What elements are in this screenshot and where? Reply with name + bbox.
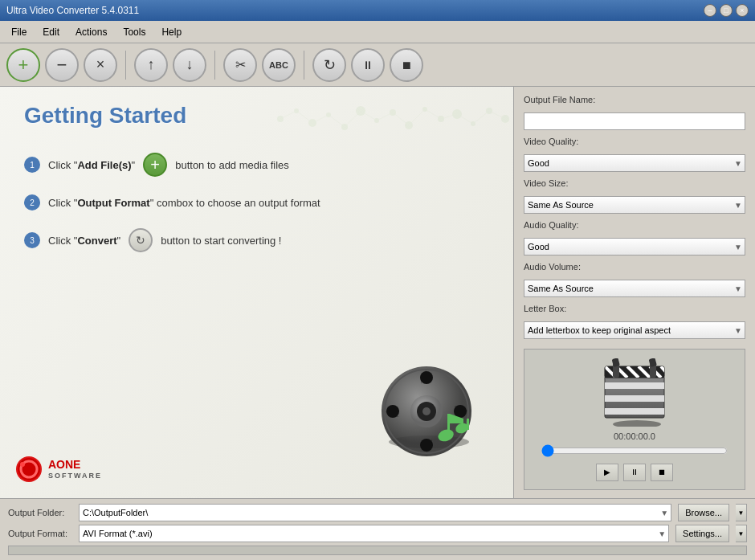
- audio-quality-label: Audio Quality:: [524, 220, 745, 230]
- menu-actions[interactable]: Actions: [67, 24, 115, 40]
- preview-controls: ▶ ⏸ ⏹: [596, 464, 673, 481]
- logo-subtitle: SOFTWARE: [48, 472, 102, 481]
- logo-company: AONE: [48, 457, 102, 472]
- film-reel-decoration: [369, 354, 497, 482]
- refresh-button[interactable]: ↻: [312, 48, 346, 82]
- move-up-button[interactable]: ↑: [134, 48, 168, 82]
- time-display: 00:00:00.0: [614, 431, 655, 441]
- letter-box-select[interactable]: Add letterbox to keep original aspect St…: [524, 321, 745, 339]
- cut-button[interactable]: ✂: [223, 48, 257, 82]
- video-quality-label: Video Quality:: [524, 137, 745, 146]
- svg-line-20: [361, 111, 377, 121]
- video-size-label: Video Size:: [524, 178, 745, 188]
- video-size-wrapper: Same As Source 320x240 640x480 1280x720 …: [524, 196, 745, 214]
- svg-rect-50: [605, 408, 664, 415]
- svg-point-38: [454, 405, 467, 418]
- svg-line-17: [312, 115, 329, 123]
- step-3-number: 3: [24, 232, 40, 248]
- letter-box-label: Letter Box:: [524, 304, 745, 313]
- svg-rect-40: [447, 414, 450, 436]
- step-1-text: Click "Add File(s)": [48, 159, 135, 171]
- step-2-number: 2: [24, 194, 40, 211]
- output-folder-row: Output Folder: ▼ Browse... ▼: [8, 504, 747, 521]
- svg-line-19: [345, 111, 361, 127]
- svg-line-15: [280, 111, 296, 119]
- output-folder-label: Output Folder:: [8, 508, 72, 517]
- toolbar-separator-3: [304, 51, 304, 80]
- preview-slider[interactable]: [541, 444, 728, 457]
- step-1-number: 1: [24, 157, 40, 173]
- video-quality-wrapper: Good Best Normal Low ▼: [524, 154, 745, 172]
- pause-toolbar-button[interactable]: ⏸: [351, 48, 385, 82]
- title-bar-buttons: – □ ×: [704, 4, 749, 17]
- preview-panel: 00:00:00.0 ▶ ⏸ ⏹: [524, 349, 745, 490]
- audio-volume-label: Audio Volume:: [524, 262, 745, 272]
- step-3-text-after: button to start converting !: [161, 235, 281, 247]
- audio-quality-select[interactable]: Good Best Normal Low: [524, 238, 745, 255]
- progress-bar-container: [8, 546, 747, 555]
- logo-icon: [16, 456, 42, 482]
- output-file-name-input[interactable]: [524, 112, 745, 130]
- menu-help[interactable]: Help: [153, 24, 190, 40]
- audio-quality-wrapper: Good Best Normal Low ▼: [524, 238, 745, 255]
- audio-volume-wrapper: Same As Source 50% 75% 100% 125% 150% ▼: [524, 280, 745, 297]
- video-size-select[interactable]: Same As Source 320x240 640x480 1280x720: [524, 196, 745, 214]
- svg-point-34: [422, 407, 431, 415]
- left-panel: Getting Started 1 Click "Add File(s)" + …: [0, 87, 514, 498]
- svg-line-28: [489, 111, 505, 119]
- add-button[interactable]: +: [6, 48, 40, 82]
- step-2-text: Click "Output Format" combox to choose a…: [48, 197, 320, 209]
- svg-line-21: [377, 112, 393, 121]
- close-button[interactable]: ×: [736, 4, 749, 17]
- remove-button[interactable]: −: [45, 48, 79, 82]
- step-3-text: Click "Convert": [48, 235, 120, 247]
- output-format-row: Output Format: AVI Format (*.avi) MP4 Fo…: [8, 525, 747, 542]
- maximize-button[interactable]: □: [720, 4, 733, 17]
- minimize-button[interactable]: –: [704, 4, 716, 17]
- svg-point-46: [613, 420, 661, 427]
- toolbar-separator-1: [125, 51, 126, 80]
- toolbar: + − × ↑ ↓ ✂ ABC ↻ ⏸ ⏹: [0, 43, 755, 87]
- clapboard-icon: [598, 358, 671, 427]
- menu-edit[interactable]: Edit: [35, 24, 67, 40]
- logo: AONE SOFTWARE: [16, 456, 102, 482]
- output-format-select[interactable]: AVI Format (*.avi) MP4 Format (*.mp4) MK…: [79, 525, 669, 542]
- svg-point-45: [20, 462, 25, 467]
- output-format-label: Output Format:: [8, 529, 72, 538]
- output-folder-input[interactable]: [79, 504, 671, 521]
- svg-rect-42: [467, 419, 469, 430]
- browse-button[interactable]: Browse...: [678, 504, 729, 521]
- logo-text: AONE SOFTWARE: [48, 457, 102, 481]
- rename-button[interactable]: ABC: [262, 48, 296, 82]
- output-file-name-label: Output File Name:: [524, 95, 745, 104]
- move-down-button[interactable]: ↓: [173, 48, 206, 82]
- browse-split-button[interactable]: ▼: [736, 504, 747, 521]
- window-title: Ultra Video Converter 5.4.0311: [6, 5, 139, 16]
- audio-volume-select[interactable]: Same As Source 50% 75% 100% 125% 150%: [524, 280, 745, 297]
- main-layout: Getting Started 1 Click "Add File(s)" + …: [0, 87, 755, 498]
- clear-button[interactable]: ×: [84, 48, 117, 82]
- svg-point-36: [420, 439, 433, 452]
- svg-point-37: [386, 405, 399, 418]
- svg-rect-48: [605, 382, 664, 389]
- convert-icon: ↻: [129, 228, 153, 252]
- settings-split-button[interactable]: ▼: [736, 525, 747, 542]
- preview-stop-button[interactable]: ⏹: [651, 464, 673, 481]
- menu-file[interactable]: File: [3, 24, 35, 40]
- menu-tools[interactable]: Tools: [115, 24, 153, 40]
- video-quality-select[interactable]: Good Best Normal Low: [524, 154, 745, 172]
- svg-point-35: [420, 371, 433, 384]
- background-decoration: [272, 103, 513, 167]
- svg-line-27: [473, 111, 489, 124]
- settings-button[interactable]: Settings...: [675, 525, 729, 542]
- svg-line-26: [457, 114, 473, 124]
- bottom-section: Output Folder: ▼ Browse... ▼ Output Form…: [0, 498, 755, 560]
- svg-rect-49: [605, 395, 664, 402]
- stop-toolbar-button[interactable]: ⏹: [390, 48, 423, 82]
- preview-play-button[interactable]: ▶: [596, 464, 618, 481]
- output-folder-wrapper: ▼: [79, 504, 671, 521]
- svg-line-16: [296, 111, 312, 123]
- preview-pause-button[interactable]: ⏸: [623, 464, 646, 481]
- svg-line-24: [425, 109, 441, 119]
- output-format-wrapper: AVI Format (*.avi) MP4 Format (*.mp4) MK…: [79, 525, 669, 542]
